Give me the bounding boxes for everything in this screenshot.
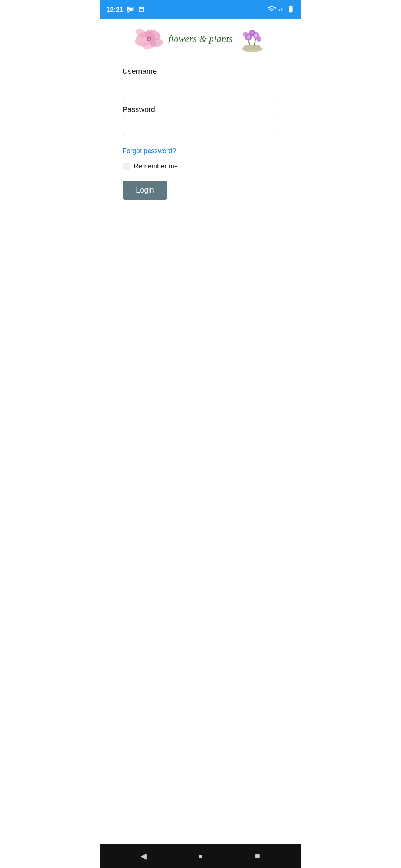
svg-point-6 xyxy=(148,38,150,40)
clipboard-icon xyxy=(137,6,146,14)
main-content: Username Password Forgot password? Remem… xyxy=(100,56,301,844)
status-left: 12:21 xyxy=(106,6,146,14)
svg-point-16 xyxy=(256,36,261,42)
home-button[interactable]: ● xyxy=(192,848,209,864)
time-display: 12:21 xyxy=(106,6,123,14)
svg-point-14 xyxy=(251,31,254,34)
status-bar: 12:21 xyxy=(100,0,301,19)
password-input[interactable] xyxy=(123,117,278,136)
login-button[interactable]: Login xyxy=(123,181,167,200)
wifi-icon xyxy=(267,5,276,14)
status-right xyxy=(267,5,295,14)
username-label: Username xyxy=(123,67,278,76)
remember-me-checkbox[interactable] xyxy=(123,163,130,170)
remember-me-label: Remember me xyxy=(134,162,178,170)
back-button[interactable]: ◀ xyxy=(136,848,152,864)
username-group: Username xyxy=(123,67,278,98)
recent-apps-button[interactable]: ■ xyxy=(249,848,265,864)
svg-point-12 xyxy=(254,34,257,37)
flower-left-decoration xyxy=(134,26,164,52)
logo-title: flowers & plants xyxy=(168,33,232,45)
remember-me-row: Remember me xyxy=(123,162,278,170)
username-input[interactable] xyxy=(123,79,278,98)
password-group: Password xyxy=(123,105,278,136)
svg-point-15 xyxy=(243,32,248,37)
logo-header: flowers & plants xyxy=(100,19,301,56)
forgot-password-link[interactable]: Forgot password? xyxy=(123,147,176,155)
password-label: Password xyxy=(123,105,278,114)
signal-icon xyxy=(278,6,284,14)
cast-icon xyxy=(126,6,134,14)
flower-right-decoration xyxy=(237,26,267,52)
svg-line-18 xyxy=(254,39,256,46)
battery-icon xyxy=(287,5,295,14)
bottom-nav-bar: ◀ ● ■ xyxy=(100,844,301,868)
